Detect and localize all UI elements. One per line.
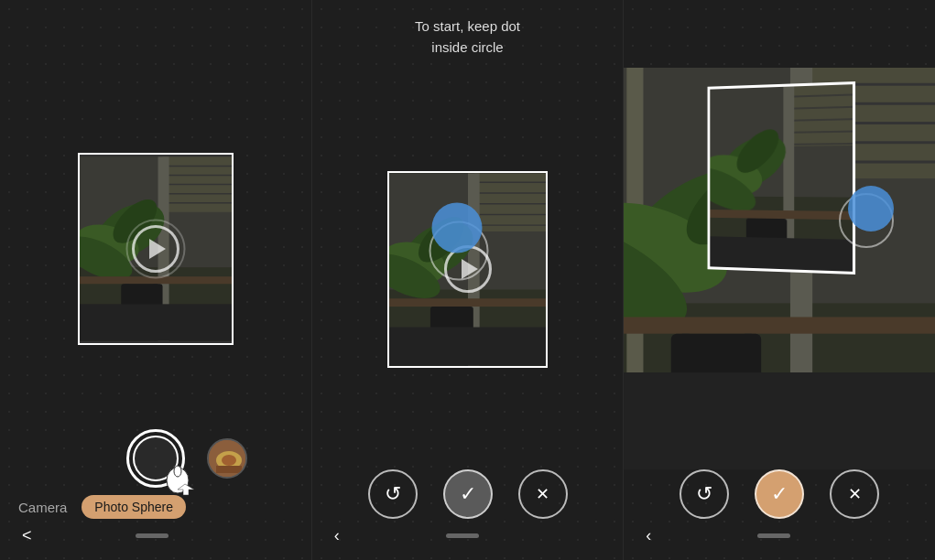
thumbnail-image[interactable]: [207, 438, 247, 479]
panel3-check-icon: ✓: [771, 482, 788, 506]
panel3-cancel-button[interactable]: ✕: [830, 469, 879, 519]
panel1-camera-controls: [0, 429, 311, 488]
panel3-scene: [624, 68, 935, 469]
panel1-top: [0, 16, 311, 429]
panel3-frame: [708, 81, 856, 275]
back-chevron[interactable]: <: [22, 526, 32, 545]
panel1-nav: <: [0, 526, 311, 545]
svg-rect-17: [80, 304, 232, 340]
svg-rect-42: [389, 327, 546, 365]
panel3-home-indicator: [757, 533, 790, 538]
panel2-viewfinder: [387, 171, 548, 368]
panel3-controls: ↺ ✓ ✕: [624, 469, 935, 519]
svg-point-19: [174, 466, 181, 477]
panel2-instruction: To start, keep dotinside circle: [415, 16, 520, 58]
svg-rect-57: [624, 317, 935, 333]
undo-icon: ↺: [385, 482, 401, 506]
panel-2: To start, keep dotinside circle: [312, 0, 625, 560]
svg-line-69: [788, 144, 856, 145]
panel2-top: To start, keep dotinside circle: [312, 16, 624, 469]
panel3-undo-button[interactable]: ↺: [680, 469, 729, 519]
panel1-bottom: Camera Photo Sphere <: [0, 429, 311, 549]
cancel-button[interactable]: ✕: [518, 469, 568, 519]
confirm-button[interactable]: ✓: [443, 469, 493, 519]
svg-rect-38: [389, 298, 546, 307]
camera-mode-label: Camera: [18, 500, 67, 515]
spacer: [64, 438, 104, 479]
panel2-blue-dot: [431, 203, 482, 253]
panel3-close-icon: ✕: [848, 484, 862, 504]
panel2-home-indicator: [446, 533, 479, 538]
panel3-back-chevron[interactable]: ‹: [646, 526, 651, 545]
panel3-confirm-button[interactable]: ✓: [755, 469, 804, 519]
panel3-bottom: ↺ ✓ ✕ ‹: [624, 469, 935, 549]
close-icon: ✕: [536, 484, 549, 504]
svg-rect-79: [710, 236, 855, 275]
panel3-top: [624, 16, 935, 469]
panel1-viewfinder-container: [78, 68, 234, 429]
panel-1: Camera Photo Sphere <: [0, 0, 312, 560]
mode-row: Camera Photo Sphere: [0, 495, 311, 519]
circle-guide: [125, 219, 185, 278]
svg-point-23: [222, 455, 236, 466]
home-indicator: [136, 533, 169, 538]
svg-rect-24: [216, 466, 242, 473]
undo-button[interactable]: ↺: [368, 469, 418, 519]
panel3-blue-dot: [848, 186, 894, 232]
panel2-controls: ↺ ✓ ✕: [312, 469, 624, 519]
panel-3: ↺ ✓ ✕ ‹: [624, 0, 935, 560]
panel3-nav: ‹: [624, 526, 935, 545]
panel1-viewfinder: [78, 153, 234, 345]
panel3-circle-guide-container: [839, 193, 894, 248]
shutter-container: [126, 429, 185, 488]
svg-rect-61: [624, 372, 935, 469]
panel2-viewfinder-container: [387, 69, 548, 469]
hand-pointer-icon: [165, 464, 198, 497]
panel3-undo-icon: ↺: [696, 482, 712, 506]
panel2-back-chevron[interactable]: ‹: [334, 526, 340, 545]
check-icon: ✓: [460, 482, 476, 506]
svg-rect-64: [788, 84, 856, 146]
panel2-bottom: ↺ ✓ ✕ ‹: [312, 469, 624, 549]
panel2-nav: ‹: [312, 526, 624, 545]
photo-sphere-badge[interactable]: Photo Sphere: [82, 495, 186, 519]
